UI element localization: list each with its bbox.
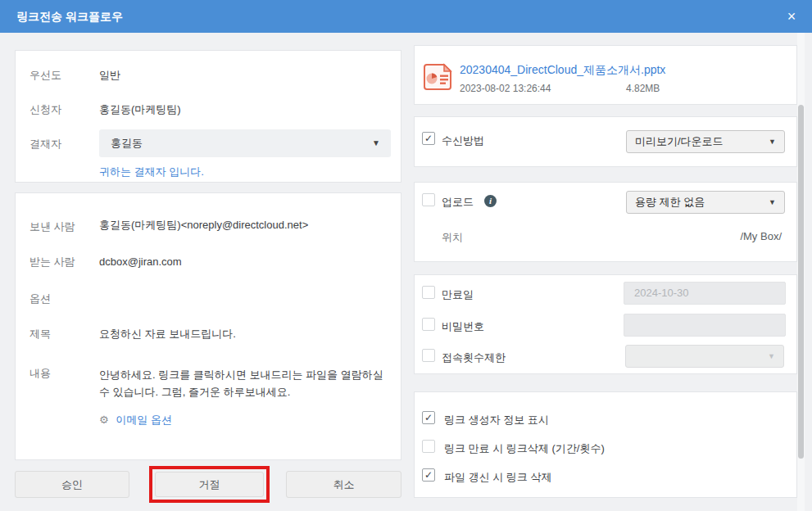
access-limit-checkbox[interactable] (422, 349, 435, 362)
presentation-file-icon (422, 63, 453, 93)
delete-on-expire-checkbox[interactable] (422, 440, 435, 453)
scrollbar-track (797, 33, 805, 511)
recipient-value: dcbox@jiran.com (99, 256, 182, 268)
creator-info-label: 링크 생성자 정보 표시 (444, 413, 549, 427)
approve-button[interactable]: 승인 (15, 471, 129, 498)
receive-method-select[interactable]: 미리보기/다운로드 ▼ (626, 130, 785, 153)
creator-info-checkbox[interactable]: ✓ (422, 411, 435, 424)
access-limit-select: ▼ (625, 345, 784, 368)
sender-label: 보낸 사람 (29, 219, 75, 234)
upload-checkbox[interactable] (422, 193, 435, 206)
link-transfer-workflow-dialog: { "header": { "title": "링크전송 워크플로우", "cl… (0, 0, 812, 511)
receive-method-panel: ✓ 수신방법 미리보기/다운로드 ▼ (414, 116, 797, 167)
applicant-label: 신청자 (29, 102, 61, 117)
access-limit-label: 접속횟수제한 (442, 350, 506, 365)
scrollbar-thumb[interactable] (798, 105, 804, 459)
chevron-down-icon: ▼ (769, 131, 776, 152)
options-label: 옵션 (29, 292, 51, 306)
receive-method-selected: 미리보기/다운로드 (635, 131, 724, 152)
upload-capacity-select[interactable]: 용량 제한 없음 ▼ (626, 191, 785, 214)
file-panel: 20230404_DirectCloud_제품소개서.pptx 2023-08-… (414, 45, 797, 105)
approver-note: 귀하는 결재자 입니다. (99, 165, 204, 179)
priority-value: 일반 (99, 68, 120, 83)
location-value: /My Box/ (740, 230, 782, 242)
subject-value: 요청하신 자료 보내드립니다. (99, 327, 236, 341)
upload-panel: 업로드 i 용량 제한 없음 ▼ 위치 /My Box/ (414, 182, 797, 262)
location-label: 위치 (442, 230, 463, 245)
chevron-down-icon: ▼ (768, 346, 775, 367)
receive-method-checkbox[interactable]: ✓ (422, 132, 435, 145)
dialog-titlebar: 링크전송 워크플로우 × (0, 0, 812, 33)
reject-button[interactable]: 거절 (155, 472, 264, 497)
email-options-link[interactable]: 이메일 옵션 (116, 414, 172, 426)
gear-icon: ⚙ (99, 414, 109, 426)
approver-select[interactable]: 홍길동 ▼ (99, 129, 391, 157)
delete-on-expire-label: 링크 만료 시 링크삭제 (기간/횟수) (444, 441, 605, 456)
link-limits-panel: 만료일 2024-10-30 비밀번호 접속횟수제한 ▼ (414, 274, 797, 374)
info-icon[interactable]: i (484, 195, 497, 207)
password-label: 비밀번호 (442, 319, 484, 334)
password-checkbox[interactable] (422, 318, 435, 331)
email-options-row: ⚙ 이메일 옵션 (99, 413, 172, 427)
priority-label: 우선도 (29, 68, 61, 83)
link-options-panel: ✓ 링크 생성자 정보 표시 링크 만료 시 링크삭제 (기간/횟수) ✓ 파일… (414, 391, 797, 498)
receive-method-label: 수신방법 (442, 133, 484, 148)
sender-value: 홍길동(마케팅팀)<noreply@directcloud.net> (99, 218, 308, 233)
close-icon[interactable]: × (781, 6, 802, 27)
dialog-title: 링크전송 워크플로우 (16, 0, 123, 33)
approver-label: 결재자 (29, 137, 61, 151)
recipient-label: 받는 사람 (29, 255, 75, 269)
upload-capacity-selected: 용량 제한 없음 (635, 192, 705, 213)
password-input (624, 314, 786, 337)
cancel-button[interactable]: 취소 (286, 471, 401, 498)
expiry-date-input: 2024-10-30 (624, 282, 786, 305)
body-label: 내용 (29, 366, 51, 381)
applicant-value: 홍길동(마케팅팀) (99, 102, 181, 117)
reject-annotation-box: 거절 (149, 466, 270, 503)
file-name-link[interactable]: 20230404_DirectCloud_제품소개서.pptx (460, 63, 665, 78)
upload-label: 업로드 (442, 195, 474, 210)
approver-selected-value: 홍길동 (111, 129, 143, 157)
expiry-label: 만료일 (442, 287, 474, 302)
subject-label: 제목 (29, 327, 51, 341)
chevron-down-icon: ▼ (372, 129, 380, 157)
chevron-down-icon: ▼ (769, 192, 776, 213)
body-value: 안녕하세요. 링크를 클릭하시면 보내드리는 파일을 열람하실 수 있습니다. … (99, 366, 388, 400)
delete-on-update-label: 파일 갱신 시 링크 삭제 (444, 470, 551, 485)
delete-on-update-checkbox[interactable]: ✓ (422, 468, 435, 482)
file-date: 2023-08-02 13:26:44 (460, 83, 551, 94)
file-size: 4.82MB (626, 83, 660, 94)
approval-info-panel: 우선도 일반 신청자 홍길동(마케팅팀) 결재자 홍길동 ▼ 귀하는 결재자 입… (15, 50, 401, 183)
expiry-checkbox[interactable] (422, 286, 435, 299)
mail-info-panel: 보낸 사람 홍길동(마케팅팀)<noreply@directcloud.net>… (15, 192, 401, 460)
